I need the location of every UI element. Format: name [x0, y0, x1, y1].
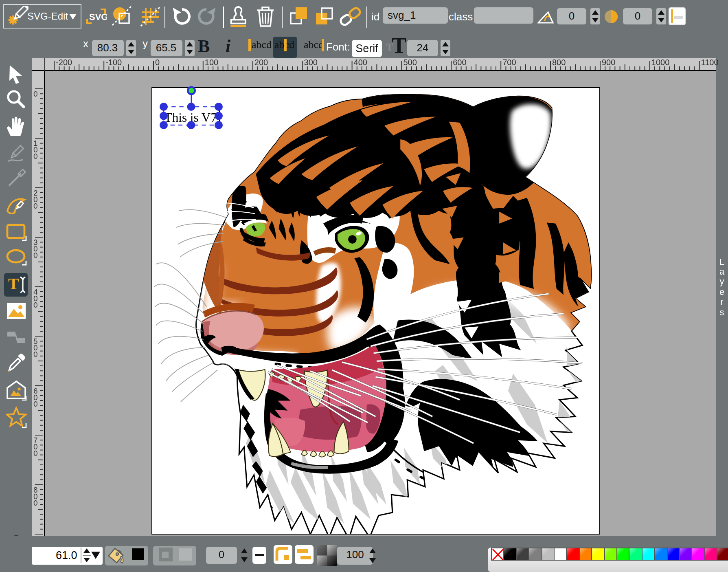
svg-text:500: 500 [403, 57, 416, 66]
svg-text:0: 0 [33, 449, 38, 458]
svg-text:-100: -100 [105, 57, 121, 66]
svg-text:300: 300 [304, 57, 317, 66]
svg-text:100: 100 [204, 57, 218, 66]
svg-text:-200: -200 [55, 57, 72, 66]
svg-text:0: 0 [33, 90, 38, 98]
svg-text:0: 0 [33, 301, 38, 309]
svg-text:0: 0 [33, 350, 38, 359]
svg-text:0: 0 [33, 400, 38, 408]
svg-text:0: 0 [33, 152, 38, 161]
svg-text:600: 600 [452, 57, 466, 66]
svg-text:0: 0 [33, 202, 38, 210]
svg-text:400: 400 [353, 57, 367, 66]
svg-text:SVG: SVG [89, 12, 107, 22]
svg-text:200: 200 [254, 57, 268, 66]
svg-text:1100: 1100 [701, 57, 718, 66]
svg-text:700: 700 [502, 57, 515, 66]
svg-text:0: 0 [33, 499, 38, 507]
svg-text:900: 900 [601, 57, 615, 66]
svg-text:0: 0 [33, 251, 38, 260]
svg-text:1000: 1000 [651, 57, 669, 66]
svg-text:800: 800 [552, 57, 565, 66]
svg-text:0: 0 [155, 57, 159, 66]
